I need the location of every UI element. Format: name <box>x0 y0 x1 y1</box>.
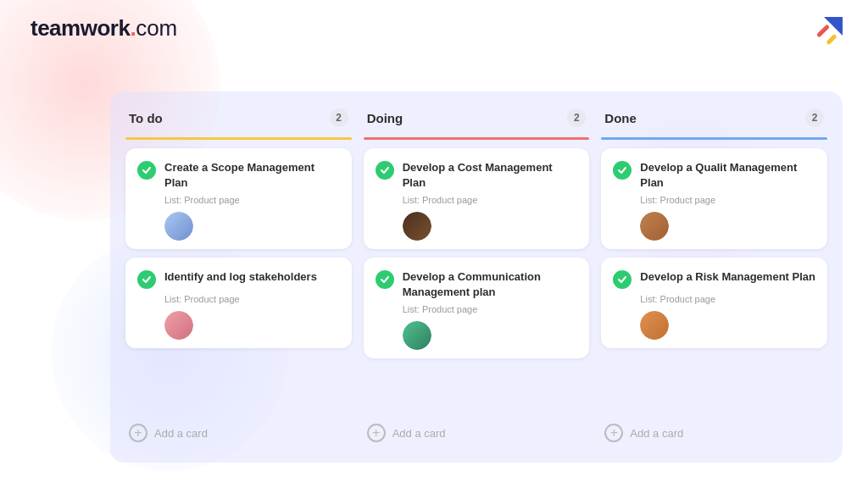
card-avatar <box>164 311 193 340</box>
check-icon <box>137 161 156 180</box>
column-done: Done 2 Develop a Qualit Management Plan … <box>601 108 827 449</box>
column-header-doing: Doing 2 <box>364 108 590 127</box>
column-title-todo: To do <box>129 111 163 125</box>
card-top: Develop a Communication Management plan <box>376 269 578 299</box>
teamwork-icon <box>800 14 844 61</box>
card-avatar <box>640 311 669 340</box>
logo-dot: . <box>130 15 136 41</box>
card-top: Develop a Cost Management Plan <box>376 160 578 190</box>
checkmark-svg <box>142 274 152 285</box>
card-list: List: Product page <box>164 195 340 205</box>
column-title-doing: Doing <box>367 111 403 125</box>
card-avatar <box>403 212 431 241</box>
logo: teamwork. com <box>31 15 177 42</box>
add-card-label: Add a card <box>392 427 446 440</box>
logo-brand: teamwork. <box>31 15 136 42</box>
check-icon <box>613 270 632 289</box>
card-title: Develop a Communication Management plan <box>403 269 578 299</box>
card-title: Develop a Qualit Management Plan <box>640 160 815 190</box>
checkmark-svg <box>617 274 627 285</box>
column-doing: Doing 2 Develop a Cost Management Plan L… <box>364 108 590 449</box>
card-doing-0[interactable]: Develop a Cost Management Plan List: Pro… <box>364 148 590 249</box>
check-icon <box>137 270 156 289</box>
card-todo-0[interactable]: Create a Scope Management Plan List: Pro… <box>125 148 352 249</box>
card-avatar <box>403 321 431 350</box>
checkmark-svg <box>617 165 627 175</box>
card-doing-1[interactable]: Develop a Communication Management plan … <box>364 258 590 358</box>
card-todo-1[interactable]: Identify and log stakeholders List: Prod… <box>125 258 352 348</box>
avatar-face <box>640 311 669 340</box>
header: teamwork. com <box>0 0 868 50</box>
column-indicator-done <box>601 137 827 140</box>
check-icon <box>376 270 394 289</box>
card-top: Identify and log stakeholders <box>137 269 340 289</box>
card-top: Develop a Qualit Management Plan <box>613 160 815 190</box>
column-title-done: Done <box>604 111 637 125</box>
logo-tld: com <box>136 15 177 42</box>
avatar-face <box>164 311 193 340</box>
add-card-label: Add a card <box>154 427 208 440</box>
column-header-todo: To do 2 <box>125 108 352 127</box>
card-top: Create a Scope Management Plan <box>137 160 340 190</box>
checkmark-svg <box>142 165 152 175</box>
checkmark-svg <box>380 165 390 175</box>
check-icon <box>376 161 394 180</box>
add-icon: + <box>129 424 147 442</box>
card-title: Identify and log stakeholders <box>164 269 317 285</box>
card-list: List: Product page <box>164 294 340 304</box>
brand-icon-svg <box>800 14 844 58</box>
svg-rect-1 <box>816 24 830 37</box>
column-todo: To do 2 Create a Scope Management Plan L… <box>125 108 352 449</box>
column-header-done: Done 2 <box>601 108 827 127</box>
checkmark-svg <box>380 274 390 285</box>
board: To do 2 Create a Scope Management Plan L… <box>110 92 843 463</box>
card-top: Develop a Risk Management Plan <box>613 269 815 289</box>
card-done-1[interactable]: Develop a Risk Management Plan List: Pro… <box>601 258 827 348</box>
check-icon <box>613 161 632 180</box>
card-avatar <box>640 212 669 241</box>
avatar-face <box>403 321 431 350</box>
add-icon: + <box>604 424 623 442</box>
card-avatar <box>164 212 193 241</box>
avatar-face <box>403 212 431 241</box>
card-list: List: Product page <box>403 195 578 205</box>
add-card-label: Add a card <box>630 427 683 440</box>
card-title: Create a Scope Management Plan <box>164 160 340 190</box>
column-indicator-todo <box>125 137 352 140</box>
avatar-face <box>640 212 669 241</box>
column-count-done: 2 <box>805 108 824 127</box>
add-card-button-doing[interactable]: + Add a card <box>364 417 590 449</box>
svg-rect-2 <box>826 34 837 45</box>
column-count-todo: 2 <box>330 108 348 127</box>
add-icon: + <box>367 424 386 442</box>
card-title: Develop a Cost Management Plan <box>403 160 578 190</box>
add-card-button-done[interactable]: + Add a card <box>601 417 827 449</box>
add-card-button-todo[interactable]: + Add a card <box>125 417 352 449</box>
card-title: Develop a Risk Management Plan <box>640 269 815 285</box>
column-indicator-doing <box>364 137 590 140</box>
card-list: List: Product page <box>403 304 578 314</box>
card-done-0[interactable]: Develop a Qualit Management Plan List: P… <box>601 148 827 249</box>
column-count-doing: 2 <box>567 108 586 127</box>
card-list: List: Product page <box>640 294 815 304</box>
avatar-face <box>164 212 193 241</box>
card-list: List: Product page <box>640 195 815 205</box>
